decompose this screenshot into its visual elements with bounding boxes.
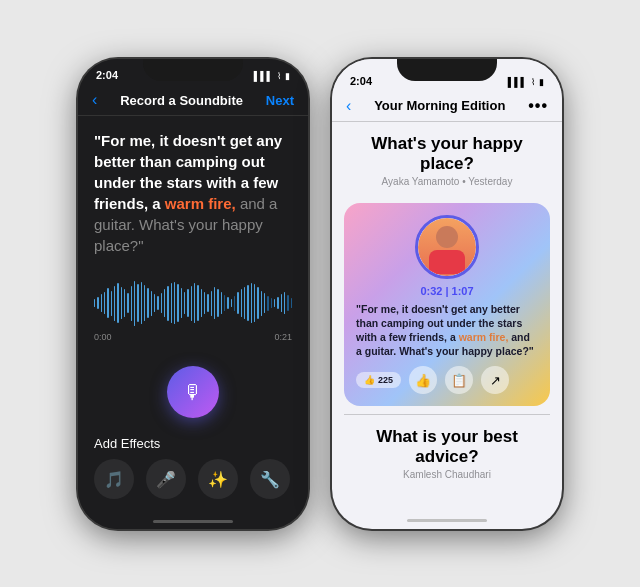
person-body [418,218,476,276]
notch-right [397,59,497,81]
nav-title-left: Record a Soundbite [120,93,243,108]
status-icons-left: ▌▌▌ ⌇ ▮ [254,71,290,81]
divider [344,414,550,415]
effect-voice[interactable]: 🎤 [146,459,186,499]
action-save-btn[interactable]: 📋 [445,366,473,394]
signal-icon-right: ▌▌▌ [508,77,527,87]
card-avatar-area [356,215,538,279]
status-time-right: 2:04 [350,75,372,87]
home-indicator-right [332,513,562,529]
time-labels: 0:00 0:21 [94,332,292,342]
mic-icon: 🎙 [183,381,203,404]
card-time: 0:32 | 1:07 [356,285,538,297]
card-quote-warm: warm fire, [459,331,509,343]
like-number: 225 [378,375,393,385]
like-icon: 👍 [364,375,375,385]
status-time-left: 2:04 [96,69,118,81]
card-quote: "For me, it doesn't get any better than … [356,302,538,359]
home-bar-right [407,519,487,522]
back-button-left[interactable]: ‹ [92,91,97,109]
person-shirt [429,250,465,274]
nav-bar-left: ‹ Record a Soundbite Next [78,85,308,116]
person-head [436,226,458,248]
right-phone: 2:04 ▌▌▌ ⌇ ▮ ‹ Your Morning Edition ••• … [332,59,562,529]
nav-bar-right: ‹ Your Morning Edition ••• [332,91,562,122]
question-meta-1: Ayaka Yamamoto • Yesterday [348,176,546,187]
question-title-1: What's your happy place? [348,134,546,174]
more-button-right[interactable]: ••• [528,97,548,115]
left-phone: 2:04 ▌▌▌ ⌇ ▮ ‹ Record a Soundbite Next "… [78,59,308,529]
effect-settings[interactable]: 🔧 [250,459,290,499]
time-end: 0:21 [274,332,292,342]
like-count[interactable]: 👍 225 [356,372,401,388]
effect-magic[interactable]: ✨ [198,459,238,499]
home-bar-left [153,520,233,523]
battery-icon: ▮ [285,71,290,81]
effect-music[interactable]: 🎵 [94,459,134,499]
notch-left [143,59,243,81]
back-button-right[interactable]: ‹ [346,97,351,115]
record-button-area: 🎙 [94,354,292,430]
card-actions: 👍 225 👍 📋 ↗ [356,366,538,394]
soundbite-quote: "For me, it doesn't get any better than … [94,130,292,256]
battery-icon-right: ▮ [539,77,544,87]
wifi-icon-right: ⌇ [531,77,535,87]
question-section-2: What is your best advice? Kamlesh Chaudh… [332,423,562,484]
wifi-icon: ⌇ [277,71,281,81]
soundbite-content: "For me, it doesn't get any better than … [78,116,308,515]
action-share-btn[interactable]: ↗ [481,366,509,394]
effects-row: 🎵 🎤 ✨ 🔧 [94,459,292,505]
time-start: 0:00 [94,332,112,342]
avatar-person [418,218,476,276]
question-meta-2: Kamlesh Chaudhari [348,469,546,480]
nav-title-right: Your Morning Edition [374,98,505,113]
add-effects-label: Add Effects [94,430,292,459]
morning-content: What's your happy place? Ayaka Yamamoto … [332,122,562,513]
waveform [94,278,292,328]
next-button-left[interactable]: Next [266,93,294,108]
avatar-ring [415,215,479,279]
waveform-container: 0:00 0:21 [94,270,292,350]
action-like-btn[interactable]: 👍 [409,366,437,394]
quote-warm: warm fire, [165,195,236,212]
home-indicator-left [78,515,308,528]
question-title-2: What is your best advice? [348,427,546,467]
status-icons-right: ▌▌▌ ⌇ ▮ [508,77,544,87]
record-button[interactable]: 🎙 [167,366,219,418]
soundbite-card[interactable]: 0:32 | 1:07 "For me, it doesn't get any … [344,203,550,407]
signal-icon: ▌▌▌ [254,71,273,81]
question-section-1: What's your happy place? Ayaka Yamamoto … [332,122,562,203]
